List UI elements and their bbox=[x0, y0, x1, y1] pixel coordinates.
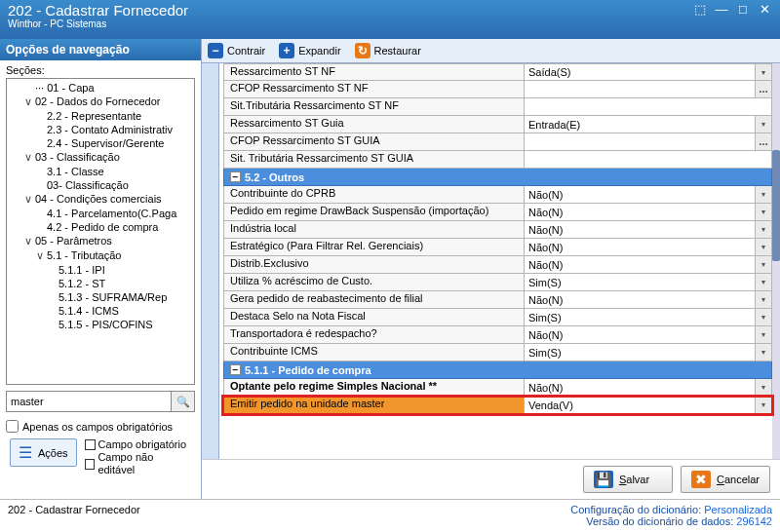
refresh-icon: ↻ bbox=[355, 43, 370, 58]
dropdown-icon[interactable]: ▾ bbox=[755, 379, 771, 396]
field-label: CFOP Ressarcimento ST NF bbox=[224, 81, 525, 97]
tree-item[interactable]: 5.1.3 - SUFRAMA/Rep bbox=[9, 290, 192, 304]
only-required-checkbox[interactable] bbox=[6, 420, 19, 433]
window-subtitle: Winthor - PC Sistemas bbox=[8, 19, 188, 30]
scrollbar[interactable] bbox=[772, 63, 780, 459]
field-label: Transportadora é redespacho? bbox=[224, 326, 525, 343]
dropdown-icon[interactable]: ▾ bbox=[755, 344, 771, 361]
field-value[interactable] bbox=[525, 379, 755, 396]
grid-row: CFOP Ressarcimento ST GUIA … bbox=[223, 133, 772, 151]
tree-item[interactable]: 2.3 - Contato Administrativ bbox=[9, 123, 192, 136]
grid-row: Sit. Tributária Ressarcimento ST GUIA bbox=[223, 151, 772, 169]
minimize-icon[interactable]: — bbox=[714, 4, 729, 18]
field-label: Optante pelo regime Simples Nacional ** bbox=[224, 379, 525, 396]
ellipsis-button[interactable]: … bbox=[755, 81, 771, 97]
field-value[interactable] bbox=[525, 204, 755, 220]
property-grid[interactable]: Ressarcimento ST NF ▾CFOP Ressarcimento … bbox=[202, 63, 780, 459]
collapse-icon[interactable]: − bbox=[230, 364, 241, 375]
field-value[interactable] bbox=[525, 256, 755, 273]
nav-tree[interactable]: ··· 01 - Capa∨02 - Dados do Fornecedor2.… bbox=[6, 78, 195, 385]
dropdown-icon[interactable]: ▾ bbox=[755, 239, 771, 255]
plus-icon: + bbox=[279, 43, 294, 58]
expand-button[interactable]: +Expandir bbox=[279, 43, 340, 58]
dropdown-icon[interactable]: ▾ bbox=[755, 291, 771, 308]
collapse-button[interactable]: −Contrair bbox=[208, 43, 265, 58]
field-value[interactable] bbox=[525, 291, 755, 308]
field-label: Gera pedido de reabastecimento de filial bbox=[224, 291, 525, 308]
field-label: Sit. Tributária Ressarcimento ST GUIA bbox=[224, 151, 525, 168]
tree-item[interactable]: 4.1 - Parcelamento(C.Paga bbox=[9, 207, 192, 220]
nav-header: Opções de navegação bbox=[0, 39, 201, 60]
dropdown-icon[interactable]: ▾ bbox=[755, 64, 771, 80]
actions-button[interactable]: ☰ Ações bbox=[10, 438, 77, 467]
field-value[interactable] bbox=[525, 133, 755, 150]
minus-icon: − bbox=[208, 43, 223, 58]
field-value[interactable] bbox=[525, 274, 755, 290]
tree-item[interactable]: ∨02 - Dados do Fornecedor bbox=[9, 95, 192, 109]
status-bar: 202 - Cadastrar Fornecedor Configuração … bbox=[0, 499, 780, 532]
grid-row: Indústria local ▾ bbox=[223, 221, 772, 239]
tree-item[interactable]: 2.4 - Supervisor/Gerente bbox=[9, 136, 192, 150]
content-panel: −Contrair +Expandir ↻Restaurar Ressarcim… bbox=[202, 39, 780, 499]
tree-item[interactable]: 4.2 - Pedido de compra bbox=[9, 220, 192, 234]
window-title: 202 - Cadastrar Fornecedor bbox=[8, 2, 188, 19]
field-value[interactable] bbox=[525, 239, 755, 255]
dropdown-icon[interactable]: ▾ bbox=[755, 186, 771, 203]
field-label: Emitir pedido na unidade master bbox=[224, 397, 525, 413]
tree-item[interactable]: ··· 01 - Capa bbox=[9, 81, 192, 95]
restore-icon[interactable]: ⬚ bbox=[692, 4, 708, 18]
field-value[interactable] bbox=[525, 64, 755, 80]
field-label: Utiliza % acréscimo de Custo. bbox=[224, 274, 525, 290]
grid-row: Contribuinte do CPRB ▾ bbox=[223, 186, 772, 204]
field-value[interactable] bbox=[525, 344, 755, 361]
field-label: Distrib.Exclusivo bbox=[224, 256, 525, 273]
tree-item[interactable]: ∨5.1 - Tributação bbox=[9, 248, 192, 263]
sections-label: Seções: bbox=[6, 64, 195, 76]
field-label: Ressarcimento ST Guia bbox=[224, 116, 525, 133]
field-label: Estratégico (Para Filtrar Rel. Gerenciai… bbox=[224, 239, 525, 255]
field-label: Ressarcimento ST NF bbox=[224, 64, 525, 80]
grid-row: CFOP Ressarcimento ST NF … bbox=[223, 81, 772, 98]
field-value[interactable] bbox=[525, 326, 755, 343]
dropdown-icon[interactable]: ▾ bbox=[755, 326, 771, 343]
group-header[interactable]: −5.1.1 - Pedido de compra bbox=[223, 361, 772, 379]
grid-row: Destaca Selo na Nota Fiscal ▾ bbox=[223, 309, 772, 326]
tree-item[interactable]: 2.2 - Representante bbox=[9, 109, 192, 123]
search-input[interactable] bbox=[6, 391, 172, 412]
tree-item[interactable]: ∨05 - Parâmetros bbox=[9, 234, 192, 248]
field-value[interactable] bbox=[525, 81, 755, 97]
dropdown-icon[interactable]: ▾ bbox=[755, 274, 771, 290]
dropdown-icon[interactable]: ▾ bbox=[755, 221, 771, 238]
tree-item[interactable]: 03- Classificação bbox=[9, 178, 192, 192]
group-header[interactable]: −5.2 - Outros bbox=[223, 169, 772, 186]
field-value[interactable] bbox=[525, 116, 755, 133]
search-button[interactable]: 🔍 bbox=[172, 391, 195, 412]
grid-row: Pedido em regime DrawBack Suspensão (imp… bbox=[223, 204, 772, 221]
field-value[interactable] bbox=[525, 98, 771, 115]
tree-item[interactable]: 5.1.2 - ST bbox=[9, 277, 192, 290]
close-icon[interactable]: ✕ bbox=[757, 4, 772, 18]
dropdown-icon[interactable]: ▾ bbox=[755, 116, 771, 133]
field-value[interactable] bbox=[525, 221, 755, 238]
dropdown-icon[interactable]: ▾ bbox=[755, 397, 771, 413]
cancel-button[interactable]: ✖ Cancelar bbox=[681, 466, 770, 493]
save-button[interactable]: 💾 Salvar bbox=[583, 466, 673, 493]
restore-button[interactable]: ↻Restaurar bbox=[355, 43, 421, 58]
field-value[interactable] bbox=[525, 151, 771, 168]
tree-item[interactable]: ∨03 - Classificação bbox=[9, 150, 192, 165]
field-value[interactable] bbox=[525, 186, 755, 203]
tree-item[interactable]: 3.1 - Classe bbox=[9, 165, 192, 178]
tree-item[interactable]: 5.1.1 - IPI bbox=[9, 263, 192, 277]
maximize-icon[interactable]: □ bbox=[735, 4, 751, 18]
dropdown-icon[interactable]: ▾ bbox=[755, 204, 771, 220]
tree-item[interactable]: 5.1.5 - PIS/COFINS bbox=[9, 318, 192, 331]
ellipsis-button[interactable]: … bbox=[755, 133, 771, 150]
tree-item[interactable]: ∨04 - Condições comerciais bbox=[9, 192, 192, 207]
dropdown-icon[interactable]: ▾ bbox=[755, 309, 771, 325]
field-value[interactable] bbox=[525, 397, 755, 413]
tree-item[interactable]: 5.1.4 - ICMS bbox=[9, 304, 192, 318]
field-value[interactable] bbox=[525, 309, 755, 325]
collapse-icon[interactable]: − bbox=[230, 171, 241, 182]
grid-row: Contribuinte ICMS ▾ bbox=[223, 344, 772, 361]
dropdown-icon[interactable]: ▾ bbox=[755, 256, 771, 273]
